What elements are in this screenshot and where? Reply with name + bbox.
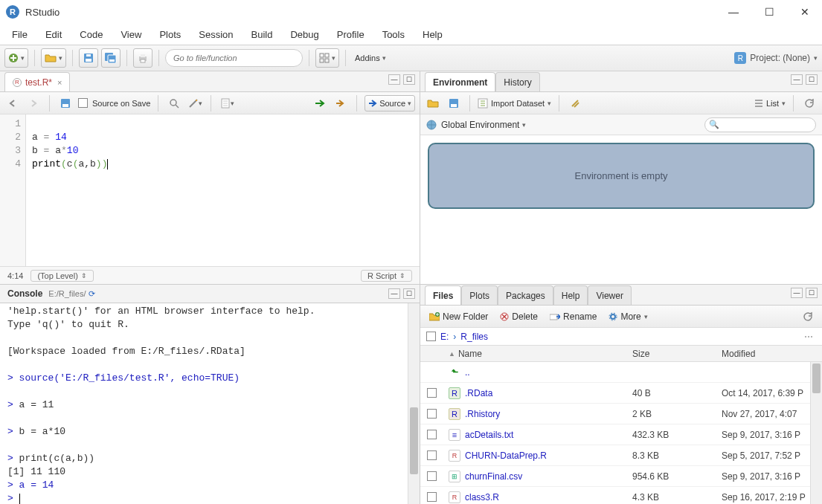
arrow-right-icon xyxy=(29,99,38,108)
tab-help[interactable]: Help xyxy=(553,285,588,305)
rerun-button[interactable] xyxy=(333,95,349,112)
col-size-header[interactable]: Size xyxy=(632,349,722,359)
delete-button[interactable]: Delete xyxy=(497,310,541,323)
back-button[interactable] xyxy=(4,95,21,112)
tab-viewer[interactable]: Viewer xyxy=(588,285,631,305)
code-tools-button[interactable]: ▾ xyxy=(187,95,203,112)
file-checkbox[interactable] xyxy=(427,492,437,502)
source-on-save-checkbox[interactable] xyxy=(78,98,88,108)
open-file-button[interactable]: ▾ xyxy=(41,48,66,68)
workspace-panes-button[interactable]: ▾ xyxy=(315,48,339,68)
save-script-button[interactable] xyxy=(57,95,74,112)
breadcrumb-more[interactable]: ⋯ xyxy=(801,332,816,342)
env-scope-selector[interactable]: Global Environment▾ xyxy=(441,120,526,130)
addins-button[interactable]: Addins ▾ xyxy=(352,48,389,68)
env-scope-bar: Global Environment▾ 🔍 xyxy=(420,114,822,135)
new-file-button[interactable]: ▾ xyxy=(4,48,28,68)
goto-file-function[interactable] xyxy=(165,49,303,67)
print-button[interactable] xyxy=(133,48,152,68)
close-tab-icon[interactable]: × xyxy=(57,78,62,87)
pane-maximize[interactable]: ☐ xyxy=(806,74,818,85)
app-icon: R xyxy=(6,5,19,19)
load-workspace-button[interactable] xyxy=(425,95,441,112)
menu-debug[interactable]: Debug xyxy=(283,26,326,43)
menu-view[interactable]: View xyxy=(113,26,149,43)
pane-maximize[interactable]: ☐ xyxy=(403,288,415,299)
source-button[interactable]: Source ▾ xyxy=(365,95,415,112)
clear-workspace-button[interactable] xyxy=(567,95,583,112)
menu-session[interactable]: Session xyxy=(191,26,240,43)
tab-packages[interactable]: Packages xyxy=(498,285,553,305)
menu-help[interactable]: Help xyxy=(415,26,450,43)
file-row[interactable]: Rclass3.R4.3 KBSep 16, 2017, 2:19 P xyxy=(420,487,822,504)
view-mode-button[interactable]: List ▾ xyxy=(754,95,786,112)
refresh-env-button[interactable] xyxy=(801,95,818,112)
run-button[interactable] xyxy=(312,95,328,112)
file-checkbox[interactable] xyxy=(427,450,437,460)
file-checkbox[interactable] xyxy=(427,409,437,419)
breadcrumb-folder[interactable]: R_files xyxy=(460,332,488,342)
pane-maximize[interactable]: ☐ xyxy=(403,74,415,85)
code-area[interactable]: a = 14b = a*10print(c(a,b)) xyxy=(26,114,420,266)
menu-file[interactable]: File xyxy=(4,26,35,43)
language-selector[interactable]: R Script⇕ xyxy=(361,270,412,282)
save-button[interactable] xyxy=(79,48,98,68)
find-button[interactable] xyxy=(166,95,182,112)
col-modified-header[interactable]: Modified xyxy=(722,349,822,359)
save-all-button[interactable] xyxy=(101,48,121,68)
menu-profile[interactable]: Profile xyxy=(330,26,372,43)
file-row[interactable]: RCHURN-DataPrep.R8.3 KBSep 5, 2017, 7:52… xyxy=(420,445,822,466)
menu-build[interactable]: Build xyxy=(244,26,280,43)
file-row[interactable]: ⊞churnFinal.csv954.6 KBSep 9, 2017, 3:16… xyxy=(420,466,822,487)
breadcrumb-drive[interactable]: E: xyxy=(440,332,449,342)
folder-open-icon xyxy=(427,98,439,109)
svg-rect-11 xyxy=(325,54,329,57)
save-workspace-button[interactable] xyxy=(446,95,462,112)
import-dataset-button[interactable]: Import Dataset ▾ xyxy=(478,95,551,112)
select-all-checkbox[interactable] xyxy=(426,332,436,341)
tab-history[interactable]: History xyxy=(495,72,539,91)
editor-body[interactable]: 1234 a = 14b = a*10print(c(a,b)) xyxy=(0,114,420,266)
pane-minimize[interactable]: — xyxy=(388,74,400,85)
window-close[interactable]: ✕ xyxy=(794,6,816,18)
pane-minimize[interactable]: — xyxy=(791,288,803,298)
save-icon xyxy=(60,98,71,109)
project-menu[interactable]: R Project: (None) ▾ xyxy=(734,52,818,64)
menu-tools[interactable]: Tools xyxy=(375,26,412,43)
file-checkbox[interactable] xyxy=(427,471,437,481)
tab-plots[interactable]: Plots xyxy=(461,285,498,305)
file-row[interactable]: ≡acDetails.txt432.3 KBSep 9, 2017, 3:16 … xyxy=(420,424,822,445)
console-scrollbar[interactable] xyxy=(408,303,420,504)
env-search[interactable]: 🔍 xyxy=(704,117,816,132)
file-checkbox[interactable] xyxy=(427,388,437,398)
col-name-header[interactable]: ▲Name xyxy=(443,349,632,359)
file-row[interactable]: R.Rhistory2 KBNov 27, 2017, 4:07 xyxy=(420,404,822,424)
menu-plots[interactable]: Plots xyxy=(152,26,188,43)
menu-edit[interactable]: Edit xyxy=(38,26,69,43)
refresh-files-button[interactable] xyxy=(800,308,816,325)
files-scrollbar[interactable] xyxy=(810,362,822,504)
file-row[interactable]: R.RData40 BOct 14, 2017, 6:39 P xyxy=(420,383,822,404)
pane-minimize[interactable]: — xyxy=(388,288,400,299)
file-checkbox[interactable] xyxy=(427,430,437,439)
pane-maximize[interactable]: ☐ xyxy=(806,288,818,298)
window-maximize[interactable]: ☐ xyxy=(758,6,780,18)
scope-selector[interactable]: (Top Level)⇕ xyxy=(30,270,93,282)
rename-button[interactable]: Rename xyxy=(547,310,600,323)
env-search-input[interactable] xyxy=(704,117,816,132)
file-row-up[interactable]: ⬑.. xyxy=(420,362,822,383)
pane-minimize[interactable]: — xyxy=(791,74,803,85)
forward-button[interactable] xyxy=(25,95,42,112)
console-body[interactable]: 'help.start()' for an HTML browser inter… xyxy=(0,303,420,504)
tab-environment[interactable]: Environment xyxy=(425,72,495,91)
window-minimize[interactable]: — xyxy=(722,6,745,18)
broom-icon xyxy=(570,98,580,109)
source-on-save-label: Source on Save xyxy=(92,99,150,108)
goto-file-input[interactable] xyxy=(165,49,303,67)
menu-code[interactable]: Code xyxy=(72,26,110,43)
tab-files[interactable]: Files xyxy=(425,285,461,305)
more-button[interactable]: More▾ xyxy=(606,310,650,323)
compile-report-button[interactable]: ▾ xyxy=(219,95,235,112)
editor-tab-test-r[interactable]: R test.R* × xyxy=(4,72,70,91)
new-folder-button[interactable]: New Folder xyxy=(426,310,491,323)
